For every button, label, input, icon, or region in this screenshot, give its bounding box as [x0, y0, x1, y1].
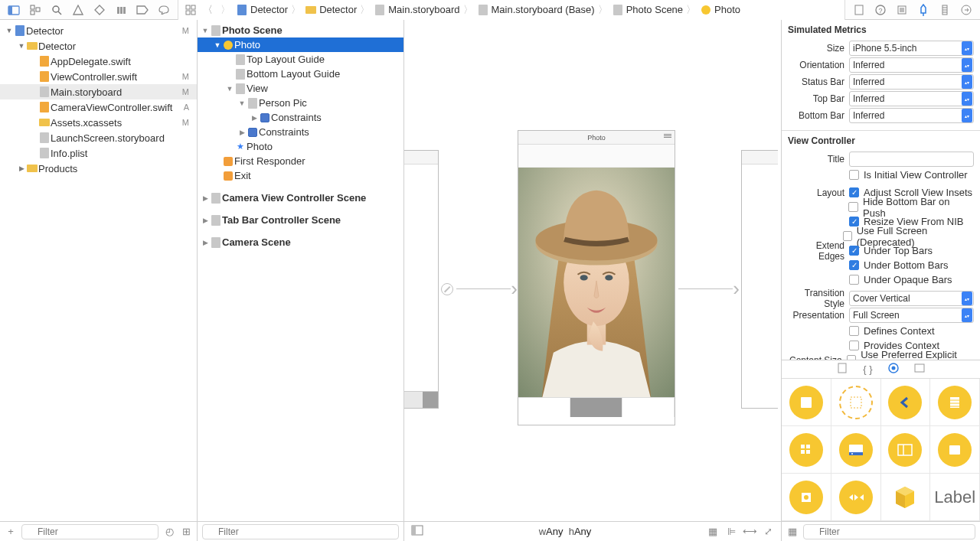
breakpoint-icon[interactable]	[136, 4, 149, 16]
person-pic-imageview[interactable]	[518, 168, 675, 397]
outline-item[interactable]: ★Photo	[198, 139, 403, 154]
lib-pageview[interactable]	[930, 426, 980, 474]
lib-avkit[interactable]	[831, 474, 881, 521]
object-tab[interactable]	[888, 363, 899, 376]
navigator-filter-input[interactable]	[21, 524, 158, 539]
outline-item[interactable]: Exit	[198, 168, 403, 183]
nav-item[interactable]: Main.storyboardM	[0, 84, 197, 99]
nav-forward-button[interactable]: 〉	[219, 3, 232, 17]
outline-item[interactable]: ▶Constraints	[198, 110, 403, 125]
nav-item[interactable]: CameraViewController.swiftA	[0, 99, 197, 115]
adjust-insets-checkbox[interactable]: ✓	[849, 187, 859, 197]
nav-back-button[interactable]: 〈	[201, 3, 214, 17]
nav-item[interactable]: AppDelegate.swift	[0, 54, 197, 69]
segue-incoming[interactable]: ›	[441, 277, 518, 301]
outline-item[interactable]: ▶Camera View Controller Scene	[198, 191, 403, 205]
log-icon[interactable]	[158, 4, 170, 16]
size-class-control[interactable]: wAny hAny	[429, 526, 701, 537]
navigator-tree[interactable]: ▼DetectorM▼DetectorAppDelegate.swiftView…	[0, 20, 197, 521]
diamond-icon[interactable]	[93, 4, 106, 16]
folder-icon[interactable]	[8, 4, 20, 16]
outline-item[interactable]: ▶Camera Scene	[198, 235, 403, 249]
clock-icon[interactable]: ◴	[163, 526, 175, 537]
search-icon[interactable]	[51, 4, 63, 16]
pin-icon[interactable]: ⊫	[724, 526, 738, 537]
adjacent-scene-left[interactable]	[404, 150, 439, 409]
nav-item[interactable]: ▼DetectorM	[0, 23, 197, 38]
code-snippet-tab[interactable]: { }	[863, 363, 872, 375]
related-items-icon[interactable]	[185, 4, 197, 16]
warning-icon[interactable]	[72, 4, 84, 16]
under-top-checkbox[interactable]: ✓	[849, 246, 859, 256]
lib-collectionview[interactable]	[782, 426, 831, 474]
under-bottom-checkbox[interactable]: ✓	[849, 260, 859, 270]
attributes-inspector-icon[interactable]	[917, 4, 929, 16]
nav-item[interactable]: ▼Detector	[0, 38, 197, 54]
lib-label[interactable]: Label	[930, 474, 980, 521]
lib-viewcontroller[interactable]	[782, 379, 831, 426]
file-inspector-icon[interactable]	[853, 4, 865, 16]
outline-item[interactable]: ▼Person Pic	[198, 96, 403, 110]
scene-photo[interactable]: Photo	[518, 130, 675, 425]
crumb-folder[interactable]: Detector〉	[305, 3, 370, 17]
title-field[interactable]	[849, 152, 974, 167]
lib-navcontroller[interactable]	[831, 379, 881, 426]
identity-inspector-icon[interactable]	[896, 4, 908, 16]
crumb-scene[interactable]: Photo Scene〉	[612, 3, 696, 17]
defines-context-checkbox[interactable]	[849, 326, 859, 336]
outline-item[interactable]: Bottom Layout Guide	[198, 67, 403, 81]
crumb-storyboard-base[interactable]: Main.storyboard (Base)〉	[478, 3, 608, 17]
crumb-viewcontroller[interactable]: Photo	[701, 4, 740, 15]
lib-tabbar[interactable]	[831, 426, 881, 474]
lib-back[interactable]	[881, 379, 931, 426]
size-select[interactable]: iPhone 5.5-inch▴▾	[849, 41, 974, 56]
nav-item[interactable]: LaunchScreen.storyboard	[0, 130, 197, 145]
under-opaque-checkbox[interactable]	[849, 275, 859, 285]
lib-object[interactable]	[881, 474, 931, 521]
transition-select[interactable]: Cover Vertical▴▾	[849, 291, 974, 306]
size-inspector-icon[interactable]	[939, 4, 951, 16]
segue-outgoing[interactable]: ›	[678, 277, 740, 301]
crumb-storyboard[interactable]: Main.storyboard〉	[374, 3, 472, 17]
lib-splitview[interactable]	[881, 426, 931, 474]
tab-bar[interactable]	[518, 397, 675, 417]
align-icon[interactable]: ▦	[706, 526, 720, 537]
grid-view-icon[interactable]: ▦	[786, 526, 799, 537]
tree-icon[interactable]	[29, 4, 41, 16]
outline-toggle-icon[interactable]	[410, 525, 424, 538]
outline-tree[interactable]: ▼Photo Scene▼PhotoTop Layout GuideBottom…	[198, 20, 403, 521]
bottombar-select[interactable]: Inferred▴▾	[849, 108, 974, 123]
outline-item[interactable]: ▼View	[198, 81, 403, 96]
lib-glkit[interactable]	[782, 474, 831, 521]
outline-item[interactable]: First Responder	[198, 154, 403, 168]
crumb-project[interactable]: Detector〉	[237, 3, 301, 17]
outline-item[interactable]: ▶Constraints	[198, 125, 403, 139]
orientation-select[interactable]: Inferred▴▾	[849, 57, 974, 73]
outline-item[interactable]: ▼Photo	[198, 37, 403, 52]
media-tab[interactable]	[914, 363, 925, 376]
nav-item[interactable]: Assets.xcassetsM	[0, 115, 197, 130]
canvas[interactable]: › Photo	[404, 20, 781, 541]
provides-context-checkbox[interactable]	[849, 341, 859, 350]
adjacent-scene-right[interactable]	[741, 150, 778, 409]
outline-item[interactable]: ▶Tab Bar Controller Scene	[198, 213, 403, 227]
connections-inspector-icon[interactable]	[960, 4, 972, 16]
file-template-tab[interactable]	[837, 363, 848, 376]
outline-filter-input[interactable]	[202, 524, 399, 539]
hide-bottom-checkbox[interactable]	[848, 202, 858, 212]
outline-item[interactable]: ▼Photo Scene	[198, 23, 403, 37]
lib-tableview[interactable]	[930, 379, 980, 426]
nav-item[interactable]: Info.plist	[0, 145, 197, 161]
initial-vc-checkbox[interactable]	[849, 170, 859, 180]
nav-item[interactable]: ViewController.swiftM	[0, 69, 197, 84]
scm-icon[interactable]: ⊞	[180, 526, 192, 537]
add-button[interactable]: +	[5, 526, 17, 537]
resolve-icon[interactable]: ⟷	[743, 526, 756, 537]
quick-help-icon[interactable]: ?	[874, 4, 887, 16]
presentation-select[interactable]: Full Screen▴▾	[849, 308, 974, 323]
nav-item[interactable]: ▶Products	[0, 161, 197, 176]
library-filter-input[interactable]	[803, 524, 975, 539]
resize-icon[interactable]: ⤢	[761, 526, 775, 537]
topbar-select[interactable]: Inferred▴▾	[849, 91, 974, 106]
statusbar-select[interactable]: Inferred▴▾	[849, 74, 974, 90]
